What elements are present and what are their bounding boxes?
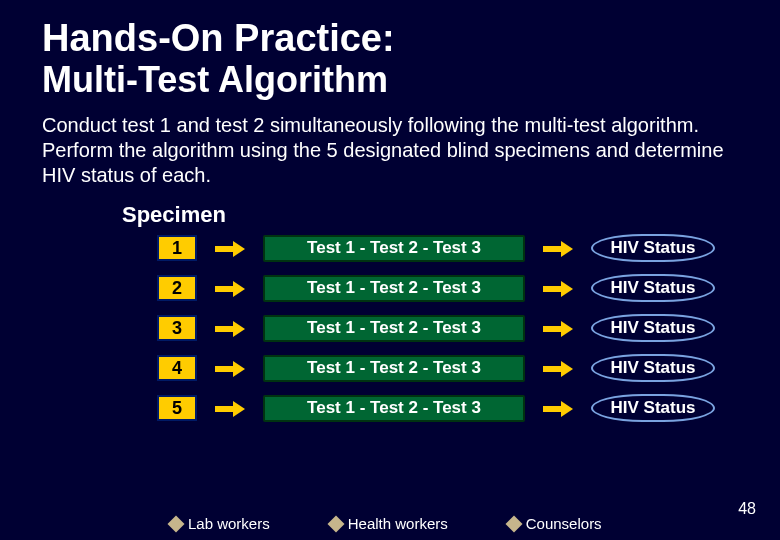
arrow-right-icon	[215, 359, 245, 377]
specimen-row: 4 Test 1 - Test 2 - Test 3 HIV Status	[157, 354, 738, 382]
tests-box: Test 1 - Test 2 - Test 3	[263, 275, 525, 302]
slide-body-text: Conduct test 1 and test 2 simultaneously…	[42, 113, 738, 188]
legend-label: Counselors	[526, 515, 602, 532]
arrow-right-icon	[543, 239, 573, 257]
specimen-number-box: 5	[157, 395, 197, 421]
arrow-right-icon	[215, 239, 245, 257]
specimen-number-box: 3	[157, 315, 197, 341]
arrow-right-icon	[215, 319, 245, 337]
slide-number: 48	[738, 500, 756, 518]
diamond-icon	[327, 515, 344, 532]
legend-item: Health workers	[330, 515, 448, 532]
specimen-heading: Specimen	[122, 202, 738, 228]
legend-item: Counselors	[508, 515, 602, 532]
hiv-status-box: HIV Status	[591, 314, 715, 342]
specimen-row: 3 Test 1 - Test 2 - Test 3 HIV Status	[157, 314, 738, 342]
specimen-number-box: 4	[157, 355, 197, 381]
legend-item: Lab workers	[170, 515, 270, 532]
legend-label: Health workers	[348, 515, 448, 532]
specimen-number-box: 2	[157, 275, 197, 301]
hiv-status-box: HIV Status	[591, 394, 715, 422]
diamond-icon	[505, 515, 522, 532]
tests-box: Test 1 - Test 2 - Test 3	[263, 395, 525, 422]
arrow-right-icon	[543, 399, 573, 417]
hiv-status-box: HIV Status	[591, 274, 715, 302]
legend-label: Lab workers	[188, 515, 270, 532]
tests-box: Test 1 - Test 2 - Test 3	[263, 355, 525, 382]
hiv-status-box: HIV Status	[591, 354, 715, 382]
tests-box: Test 1 - Test 2 - Test 3	[263, 235, 525, 262]
arrow-right-icon	[543, 359, 573, 377]
legend: Lab workers Health workers Counselors	[170, 515, 780, 532]
arrow-right-icon	[543, 319, 573, 337]
arrow-right-icon	[215, 279, 245, 297]
slide-title-line1: Hands-On Practice:	[42, 18, 738, 60]
specimen-rows: 1 Test 1 - Test 2 - Test 3 HIV Status 2 …	[157, 234, 738, 422]
specimen-row: 1 Test 1 - Test 2 - Test 3 HIV Status	[157, 234, 738, 262]
slide-title-line2: Multi-Test Algorithm	[42, 60, 738, 100]
tests-box: Test 1 - Test 2 - Test 3	[263, 315, 525, 342]
hiv-status-box: HIV Status	[591, 234, 715, 262]
diamond-icon	[168, 515, 185, 532]
specimen-row: 5 Test 1 - Test 2 - Test 3 HIV Status	[157, 394, 738, 422]
arrow-right-icon	[543, 279, 573, 297]
arrow-right-icon	[215, 399, 245, 417]
specimen-row: 2 Test 1 - Test 2 - Test 3 HIV Status	[157, 274, 738, 302]
specimen-number-box: 1	[157, 235, 197, 261]
